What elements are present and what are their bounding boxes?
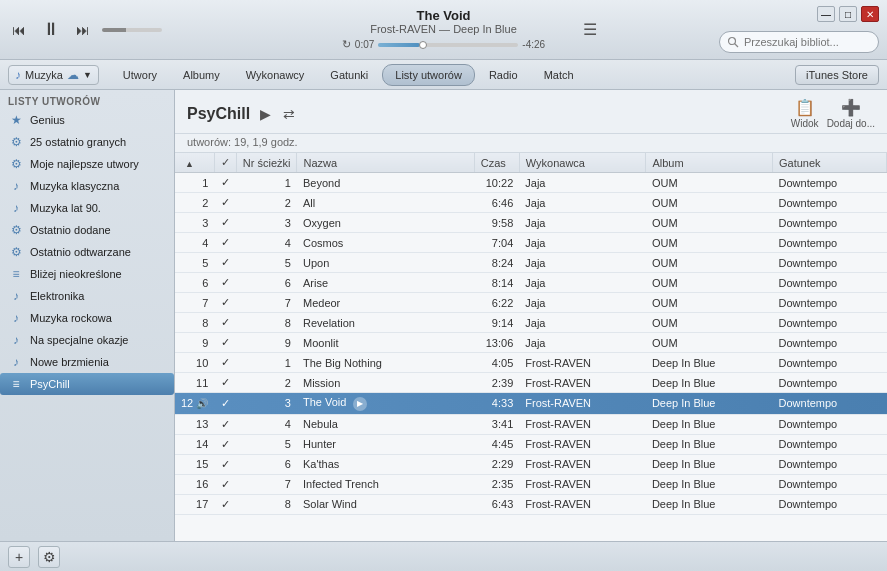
cell-check[interactable]: ✓	[214, 494, 236, 514]
sidebar-item-klasyczna[interactable]: ♪ Muzyka klasyczna	[0, 175, 174, 197]
table-row[interactable]: 6✓6Arise8:14JajaOUMDowntempo	[175, 273, 887, 293]
col-header-name[interactable]: Nazwa	[297, 153, 474, 173]
table-row[interactable]: 1✓1Beyond10:22JajaOUMDowntempo	[175, 173, 887, 193]
table-row[interactable]: 13✓4Nebula3:41Frost-RAVENDeep In BlueDow…	[175, 414, 887, 434]
nav-item-utwory[interactable]: Utwory	[111, 65, 169, 85]
cell-check[interactable]: ✓	[214, 434, 236, 454]
table-row[interactable]: 12 🔊✓3The Void ▶4:33Frost-RAVENDeep In B…	[175, 393, 887, 415]
search-input[interactable]	[719, 31, 879, 53]
cell-num: 8	[175, 313, 214, 333]
table-row[interactable]: 2✓2All6:46JajaOUMDowntempo	[175, 193, 887, 213]
cell-check[interactable]: ✓	[214, 414, 236, 434]
cell-check[interactable]: ✓	[214, 233, 236, 253]
table-row[interactable]: 16✓7Infected Trench2:35Frost-RAVENDeep I…	[175, 474, 887, 494]
col-header-artist[interactable]: Wykonawca	[519, 153, 646, 173]
cell-track: 6	[236, 273, 297, 293]
cell-check[interactable]: ✓	[214, 173, 236, 193]
sidebar-item-moje[interactable]: ⚙ Moje najlepsze utwory	[0, 153, 174, 175]
close-button[interactable]: ✕	[861, 6, 879, 22]
widok-button[interactable]: 📋 Widok	[791, 98, 819, 129]
sidebar-item-blizej[interactable]: ≡ Bliżej nieokreślone	[0, 263, 174, 285]
sidebar-item-elektronika[interactable]: ♪ Elektronika	[0, 285, 174, 307]
sidebar-item-rockowa[interactable]: ♪ Muzyka rockowa	[0, 307, 174, 329]
list-icon[interactable]: ☰	[583, 20, 597, 39]
cell-time: 8:24	[474, 253, 519, 273]
cell-track: 2	[236, 193, 297, 213]
cell-check[interactable]: ✓	[214, 253, 236, 273]
col-header-track[interactable]: Nr ścieżki	[236, 153, 297, 173]
cell-check[interactable]: ✓	[214, 353, 236, 373]
table-row[interactable]: 3✓3Oxygen9:58JajaOUMDowntempo	[175, 213, 887, 233]
cell-track: 6	[236, 454, 297, 474]
shuffle-button[interactable]: ⇄	[281, 104, 297, 124]
cell-check[interactable]: ✓	[214, 373, 236, 393]
maximize-button[interactable]: □	[839, 6, 857, 22]
table-row[interactable]: 5✓5Upon8:24JajaOUMDowntempo	[175, 253, 887, 273]
progress-bar[interactable]	[378, 43, 518, 47]
add-playlist-button[interactable]: +	[8, 546, 30, 568]
bottombar: + ⚙	[0, 541, 887, 571]
cell-check[interactable]: ✓	[214, 393, 236, 415]
table-row[interactable]: 10✓1The Big Nothing4:05Frost-RAVENDeep I…	[175, 353, 887, 373]
rewind-button[interactable]: ⏮	[8, 20, 30, 40]
table-row[interactable]: 17✓8Solar Wind6:43Frost-RAVENDeep In Blu…	[175, 494, 887, 514]
col-header-num[interactable]: ▲	[175, 153, 214, 173]
forward-button[interactable]: ⏭	[72, 20, 94, 40]
table-row[interactable]: 15✓6Ka'thas2:29Frost-RAVENDeep In BlueDo…	[175, 454, 887, 474]
cell-album: Deep In Blue	[646, 434, 773, 454]
col-header-time[interactable]: Czas	[474, 153, 519, 173]
note-icon-2: ♪	[8, 201, 24, 215]
titlebar: ⏮ ⏸ ⏭ The Void Frost-RAVEN — Deep In Blu…	[0, 0, 887, 60]
volume-slider[interactable]	[102, 28, 162, 32]
col-header-album[interactable]: Album	[646, 153, 773, 173]
cell-check[interactable]: ✓	[214, 273, 236, 293]
nav-item-listy[interactable]: Listy utworów	[382, 64, 475, 86]
cell-check[interactable]: ✓	[214, 193, 236, 213]
sidebar-item-25ostatnio[interactable]: ⚙ 25 ostatnio granych	[0, 131, 174, 153]
sidebar-item-genius[interactable]: ★ Genius	[0, 109, 174, 131]
nav-item-albumy[interactable]: Albumy	[171, 65, 232, 85]
nav-item-wykonawcy[interactable]: Wykonawcy	[234, 65, 317, 85]
nav-item-match[interactable]: Match	[532, 65, 586, 85]
cell-album: OUM	[646, 273, 773, 293]
play-playlist-button[interactable]: ▶	[258, 104, 273, 124]
sidebar-item-ostatniododane[interactable]: ⚙ Ostatnio dodane	[0, 219, 174, 241]
cell-time: 2:35	[474, 474, 519, 494]
table-row[interactable]: 9✓9Moonlit13:06JajaOUMDowntempo	[175, 333, 887, 353]
sidebar-item-lat90[interactable]: ♪ Muzyka lat 90.	[0, 197, 174, 219]
track-table-container[interactable]: ▲ ✓ Nr ścieżki Nazwa Czas Wykonawca Albu…	[175, 153, 887, 541]
track-title: The Void	[304, 8, 584, 23]
sidebar-item-ostatnioodtwarzane[interactable]: ⚙ Ostatnio odtwarzane	[0, 241, 174, 263]
cell-track: 3	[236, 393, 297, 415]
table-row[interactable]: 7✓7Medeor6:22JajaOUMDowntempo	[175, 293, 887, 313]
table-row[interactable]: 8✓8Revelation9:14JajaOUMDowntempo	[175, 313, 887, 333]
col-header-check[interactable]: ✓	[214, 153, 236, 173]
col-header-genre[interactable]: Gatunek	[773, 153, 887, 173]
nav-item-gatunki[interactable]: Gatunki	[318, 65, 380, 85]
sidebar-item-nowe[interactable]: ♪ Nowe brzmienia	[0, 351, 174, 373]
minimize-button[interactable]: —	[817, 6, 835, 22]
refresh-icon[interactable]: ↻	[342, 38, 351, 51]
dodaj-button[interactable]: ➕ Dodaj do...	[827, 98, 875, 129]
sidebar-item-psychill[interactable]: ≡ PsyChill	[0, 373, 174, 395]
playlist-header: PsyChill ▶ ⇄ 📋 Widok ➕ Dodaj do...	[175, 90, 887, 134]
cell-check[interactable]: ✓	[214, 333, 236, 353]
cell-album: Deep In Blue	[646, 494, 773, 514]
sidebar-item-okazje[interactable]: ♪ Na specjalne okazje	[0, 329, 174, 351]
gear-icon-3: ⚙	[8, 223, 24, 237]
nav-store[interactable]: iTunes Store	[795, 65, 879, 85]
table-row[interactable]: 14✓5Hunter4:45Frost-RAVENDeep In BlueDow…	[175, 434, 887, 454]
pause-button[interactable]: ⏸	[38, 17, 64, 42]
cell-check[interactable]: ✓	[214, 313, 236, 333]
sidebar-label-psychill: PsyChill	[30, 378, 70, 390]
cell-check[interactable]: ✓	[214, 293, 236, 313]
nav-item-radio[interactable]: Radio	[477, 65, 530, 85]
table-row[interactable]: 11✓2Mission2:39Frost-RAVENDeep In BlueDo…	[175, 373, 887, 393]
cell-check[interactable]: ✓	[214, 474, 236, 494]
cell-num: 2	[175, 193, 214, 213]
music-selector[interactable]: ♪ Muzyka ☁ ▼	[8, 65, 99, 85]
table-row[interactable]: 4✓4Cosmos7:04JajaOUMDowntempo	[175, 233, 887, 253]
cell-check[interactable]: ✓	[214, 213, 236, 233]
cell-check[interactable]: ✓	[214, 454, 236, 474]
settings-button[interactable]: ⚙	[38, 546, 60, 568]
